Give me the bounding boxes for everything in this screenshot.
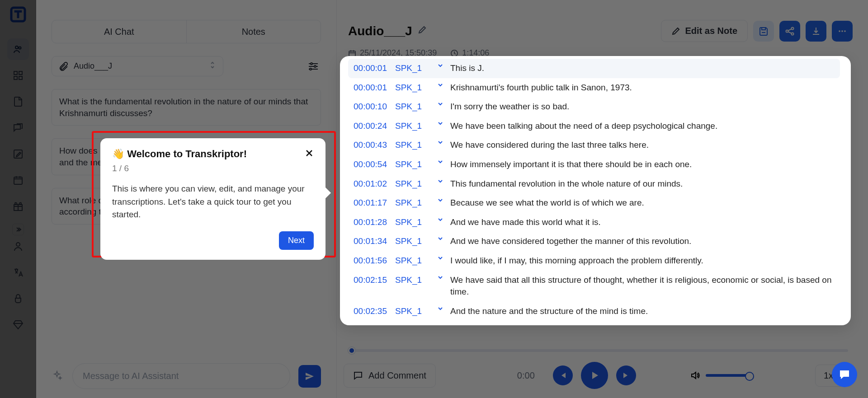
transcript-row[interactable]: 00:00:10SPK_1I'm sorry the weather is so… [348,97,840,117]
speaker-label[interactable]: SPK_1 [395,197,430,209]
suggestion-1[interactable]: What is the fundamental revolution in th… [52,89,321,126]
add-comment-button[interactable]: Add Comment [344,364,436,388]
next-button[interactable]: Next [279,231,314,250]
transcript-row[interactable]: 00:02:15SPK_1We have said that all this … [348,271,840,302]
filter-button[interactable] [306,59,321,74]
chevron-down-icon[interactable] [430,197,450,209]
pencil-icon [671,27,680,36]
send-button[interactable] [298,365,321,388]
svg-point-13 [310,68,311,70]
transcript-row[interactable]: 00:02:43SPK_1And when we last met here, … [348,321,840,325]
tab-notes[interactable]: Notes [187,20,321,43]
play-button[interactable] [581,362,608,389]
chevron-down-icon[interactable] [430,235,450,248]
transcript-row[interactable]: 00:02:35SPK_1And the nature and the stru… [348,302,840,321]
rename-icon[interactable] [418,25,427,37]
next-button[interactable] [616,365,636,385]
transcript-row[interactable]: 00:01:17SPK_1Because we see what the wor… [348,193,840,213]
transcript-row[interactable]: 00:00:43SPK_1We have considered during t… [348,136,840,155]
speaker-label[interactable]: SPK_1 [395,255,430,267]
transcript-row[interactable]: 00:00:24SPK_1We have been talking about … [348,117,840,136]
transcript-text[interactable]: And we have made this world what it is. [450,216,835,229]
transcript-text[interactable]: We have said that all this structure of … [450,274,835,298]
transcript-row[interactable]: 00:01:02SPK_1This fundamental revolution… [348,174,840,194]
svg-point-17 [839,30,840,32]
transcript-row[interactable]: 00:00:01SPK_1Krishnamurti's fourth publi… [348,78,840,98]
transcript-text[interactable]: This is J. [450,62,835,75]
timestamp[interactable]: 00:00:01 [354,62,395,75]
timestamp[interactable]: 00:00:01 [354,82,395,94]
transcript-text[interactable]: How immensely important it is that there… [450,159,835,171]
transcript-text[interactable]: Because we see what the world is of whic… [450,197,835,209]
speaker-label[interactable]: SPK_1 [395,178,430,190]
chevron-down-icon[interactable] [430,274,450,298]
speaker-label[interactable]: SPK_1 [395,324,430,325]
chevron-down-icon[interactable] [430,178,450,190]
timestamp[interactable]: 00:01:02 [354,178,395,190]
save-button[interactable] [753,21,774,42]
transcript-text[interactable]: Krishnamurti's fourth public talk in San… [450,82,835,94]
speaker-label[interactable]: SPK_1 [395,139,430,151]
edit-as-note-button[interactable]: Edit as Note [661,20,748,42]
chevron-down-icon[interactable] [430,216,450,229]
prev-button[interactable] [553,365,573,385]
panel-tabs: AI Chat Notes [52,20,321,43]
speaker-label[interactable]: SPK_1 [395,62,430,75]
transcript-text[interactable]: I would like, if I may, this morning app… [450,255,835,267]
close-icon[interactable] [305,149,314,160]
tab-ai-chat[interactable]: AI Chat [52,20,187,43]
chevron-down-icon[interactable] [430,120,450,132]
speaker-label[interactable]: SPK_1 [395,216,430,229]
transcript-row[interactable]: 00:01:56SPK_1I would like, if I may, thi… [348,251,840,271]
timestamp[interactable]: 00:01:34 [354,235,395,248]
timestamp[interactable]: 00:02:43 [354,324,395,325]
download-button[interactable] [806,21,826,42]
speaker-label[interactable]: SPK_1 [395,120,430,132]
transcript-text[interactable]: I'm sorry the weather is so bad. [450,101,835,113]
chevron-down-icon[interactable] [430,101,450,113]
timestamp[interactable]: 00:00:54 [354,159,395,171]
speaker-label[interactable]: SPK_1 [395,82,430,94]
speaker-label[interactable]: SPK_1 [395,101,430,113]
transcript-row[interactable]: 00:00:54SPK_1How immensely important it … [348,155,840,174]
timestamp[interactable]: 00:01:56 [354,255,395,267]
chevron-down-icon[interactable] [430,255,450,267]
transcript-text[interactable]: This fundamental revolution in the whole… [450,178,835,190]
file-selector[interactable]: Audio___J [52,56,223,76]
transcript-text[interactable]: And we have considered together the mann… [450,235,835,248]
chevron-down-icon[interactable] [430,139,450,151]
speaker-label[interactable]: SPK_1 [395,274,430,298]
chevron-down-icon[interactable] [430,324,450,325]
ai-input[interactable]: Message to AI Assistant [72,363,290,389]
timestamp[interactable]: 00:00:43 [354,139,395,151]
more-button[interactable] [832,21,853,42]
timestamp[interactable]: 00:02:35 [354,305,395,318]
speaker-label[interactable]: SPK_1 [395,235,430,248]
timestamp[interactable]: 00:02:15 [354,274,395,298]
current-time: 0:00 [517,370,535,381]
transcript-text[interactable]: We have been talking about the need of a… [450,120,835,132]
timestamp[interactable]: 00:01:28 [354,216,395,229]
transcript-row[interactable]: 00:01:34SPK_1And we have considered toge… [348,232,840,251]
timestamp[interactable]: 00:00:24 [354,120,395,132]
transcript-text[interactable]: And when we last met here, we talked abo… [450,324,835,325]
chevron-down-icon[interactable] [430,305,450,318]
transcript-row[interactable]: 00:01:28SPK_1And we have made this world… [348,213,840,232]
timestamp[interactable]: 00:00:10 [354,101,395,113]
share-button[interactable] [779,21,800,42]
svg-rect-20 [349,51,355,56]
chevron-down-icon[interactable] [430,159,450,171]
transcript-text[interactable]: And the nature and the structure of the … [450,305,835,318]
timestamp[interactable]: 00:01:17 [354,197,395,209]
comment-icon [353,370,363,380]
speaker-label[interactable]: SPK_1 [395,159,430,171]
chevron-down-icon[interactable] [430,62,450,75]
transcript-row[interactable]: 00:00:01SPK_1This is J. [348,59,840,78]
speaker-label[interactable]: SPK_1 [395,305,430,318]
audio-player: Add Comment 0:00 1x [344,349,853,389]
chevron-down-icon[interactable] [430,82,450,94]
seek-bar[interactable] [348,349,848,352]
support-chat-button[interactable] [832,362,857,387]
transcript-text[interactable]: We have considered during the last three… [450,139,835,151]
volume-control[interactable] [690,370,751,380]
